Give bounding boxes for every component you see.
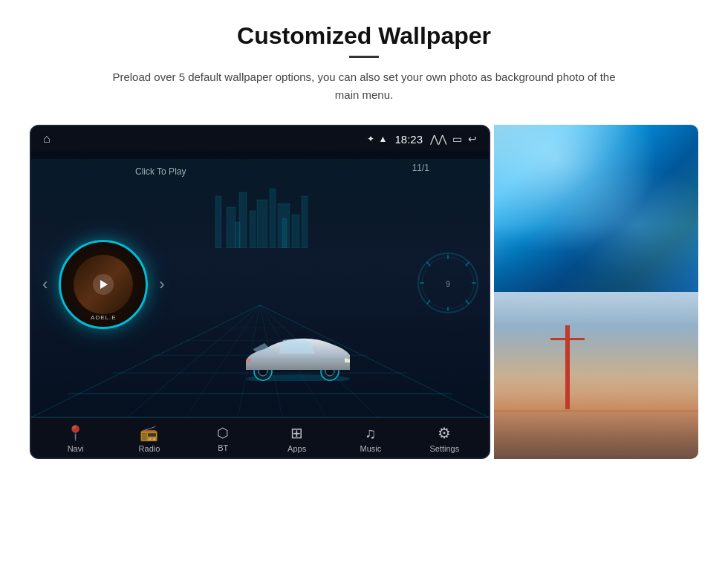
svg-rect-17 bbox=[239, 192, 247, 248]
nav-item-bt[interactable]: ⬡ BT bbox=[197, 425, 249, 452]
svg-rect-19 bbox=[257, 200, 267, 248]
svg-rect-23 bbox=[302, 196, 308, 248]
music-disc[interactable]: ADEL.E bbox=[59, 240, 148, 329]
page-container: Customized Wallpaper Preload over 5 defa… bbox=[0, 0, 728, 563]
svg-rect-15 bbox=[215, 196, 221, 248]
content-row: ⌂ ✦ ▲ 18:23 ⋀⋀ ▭ ↩ bbox=[30, 125, 698, 459]
car-display bbox=[235, 325, 361, 384]
bottom-nav: 📍 Navi 📻 Radio ⬡ BT ⊞ Apps ♫ Music bbox=[31, 417, 489, 458]
back-icon[interactable]: ↩ bbox=[468, 133, 477, 145]
wallpaper-bridge bbox=[494, 292, 698, 459]
nav-item-radio[interactable]: 📻 Radio bbox=[123, 424, 175, 453]
main-display: Click To Play 11/1 ‹ ADEL.E › bbox=[31, 152, 489, 417]
bt-label: BT bbox=[218, 443, 228, 452]
music-label: Music bbox=[360, 444, 382, 453]
page-subtitle: Preload over 5 default wallpaper options… bbox=[104, 68, 624, 104]
svg-rect-16 bbox=[227, 207, 235, 248]
svg-text:9: 9 bbox=[446, 280, 450, 288]
next-track-button[interactable]: › bbox=[159, 275, 164, 294]
click-to-play-label: Click To Play bbox=[135, 166, 186, 177]
date-display: 11/1 bbox=[412, 163, 429, 173]
title-section: Customized Wallpaper Preload over 5 defa… bbox=[104, 22, 624, 104]
page-title: Customized Wallpaper bbox=[104, 22, 624, 50]
nav-icons: ⋀⋀ ▭ ↩ bbox=[430, 133, 477, 145]
status-bar: ⌂ ✦ ▲ 18:23 ⋀⋀ ▭ ↩ bbox=[31, 126, 489, 152]
apps-icon: ⊞ bbox=[290, 424, 303, 442]
nav-item-navi[interactable]: 📍 Navi bbox=[50, 424, 102, 453]
title-divider bbox=[349, 56, 379, 58]
radio-icon: 📻 bbox=[140, 424, 158, 442]
nav-item-music[interactable]: ♫ Music bbox=[345, 425, 397, 453]
svg-rect-20 bbox=[270, 189, 276, 248]
time-display: 18:23 bbox=[394, 133, 423, 146]
bluetooth-icon: ✦ bbox=[367, 134, 374, 144]
status-icons: ✦ ▲ bbox=[367, 134, 388, 144]
bt-icon: ⬡ bbox=[217, 425, 229, 441]
right-images bbox=[494, 125, 698, 459]
wallpaper-ice bbox=[494, 125, 698, 292]
nav-item-apps[interactable]: ⊞ Apps bbox=[271, 424, 323, 453]
music-player: ‹ ADEL.E › bbox=[42, 240, 165, 329]
prev-track-button[interactable]: ‹ bbox=[42, 275, 48, 294]
car-screen: ⌂ ✦ ▲ 18:23 ⋀⋀ ▭ ↩ bbox=[30, 125, 490, 459]
svg-rect-22 bbox=[292, 215, 299, 248]
speed-gauge: 9 bbox=[415, 250, 481, 319]
expand-icon[interactable]: ⋀⋀ bbox=[430, 133, 446, 145]
svg-rect-18 bbox=[250, 211, 256, 248]
settings-label: Settings bbox=[429, 444, 459, 453]
navi-icon: 📍 bbox=[66, 424, 85, 442]
bridge-image bbox=[494, 292, 698, 459]
music-icon: ♫ bbox=[365, 425, 376, 442]
bridge-tower bbox=[565, 325, 570, 409]
radio-label: Radio bbox=[139, 444, 160, 453]
svg-rect-24 bbox=[235, 222, 240, 248]
status-left: ⌂ bbox=[43, 132, 51, 146]
apps-label: Apps bbox=[287, 444, 306, 453]
window-icon[interactable]: ▭ bbox=[452, 133, 462, 145]
navi-label: Navi bbox=[68, 444, 84, 453]
bridge-road bbox=[494, 410, 698, 412]
artist-label: ADEL.E bbox=[91, 314, 116, 321]
settings-icon: ⚙ bbox=[438, 424, 451, 442]
status-right: ✦ ▲ 18:23 ⋀⋀ ▭ ↩ bbox=[367, 133, 477, 146]
nav-item-settings[interactable]: ⚙ Settings bbox=[418, 424, 470, 453]
signal-icon: ▲ bbox=[379, 134, 388, 144]
svg-rect-25 bbox=[282, 218, 287, 248]
home-icon[interactable]: ⌂ bbox=[43, 132, 51, 146]
ice-image bbox=[494, 125, 698, 292]
play-icon bbox=[100, 280, 108, 289]
